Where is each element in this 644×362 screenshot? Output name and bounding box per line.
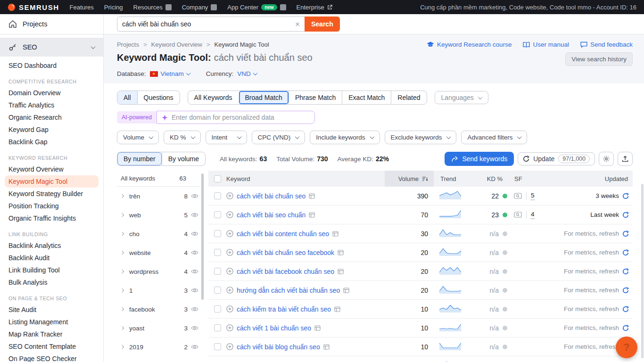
row-checkbox[interactable] xyxy=(214,287,221,294)
keyword-group-row[interactable]: bán 2 xyxy=(117,356,199,362)
add-keyword-icon[interactable] xyxy=(226,268,233,275)
keyword-group-row[interactable]: wordpress 4 xyxy=(117,262,199,281)
sf-count[interactable]: 5 xyxy=(531,191,535,200)
breadcrumb-item[interactable]: Keyword Magic Tool xyxy=(215,41,269,48)
sidebar-item[interactable]: Position Tracking xyxy=(0,200,103,212)
header-help-link[interactable]: User manual xyxy=(523,41,569,48)
match-tab[interactable]: Broad Match xyxy=(239,91,289,104)
col-trend[interactable]: Trend xyxy=(434,175,473,182)
keyword-group-row[interactable]: web 5 xyxy=(117,206,199,224)
sidebar-item[interactable]: Backlink Gap xyxy=(0,136,103,148)
keyword-link[interactable]: hướng dẫn cách viết bài chuẩn seo xyxy=(237,287,340,294)
semrush-logo[interactable]: SEMRUSH xyxy=(8,3,59,11)
keyword-link[interactable]: cách viết 1 bài chuẩn seo xyxy=(237,324,311,332)
match-tab[interactable]: All xyxy=(117,91,137,104)
header-help-link[interactable]: Keyword Research course xyxy=(427,41,512,48)
keyword-link[interactable]: cách kiểm tra bài viết chuẩn seo xyxy=(237,305,331,313)
match-tab[interactable]: Exact Match xyxy=(342,91,391,104)
page-scrollbar[interactable] xyxy=(641,184,644,358)
col-updated[interactable]: Updated xyxy=(552,175,633,182)
filter-dropdown[interactable]: CPC (VND) xyxy=(252,131,305,144)
add-keyword-icon[interactable] xyxy=(226,343,233,350)
send-keywords-button[interactable]: Send keywords xyxy=(445,152,514,166)
search-input[interactable] xyxy=(122,20,291,28)
keyword-link[interactable]: cách viết bài blog chuẩn seo xyxy=(237,343,320,351)
serp-card-icon[interactable] xyxy=(314,325,321,331)
search-button[interactable]: Search xyxy=(305,16,340,32)
help-button[interactable]: ? xyxy=(616,337,637,358)
add-keyword-icon[interactable] xyxy=(226,305,233,313)
eye-icon[interactable] xyxy=(191,231,198,237)
eye-icon[interactable] xyxy=(191,306,198,312)
serp-card-icon[interactable] xyxy=(338,250,344,255)
sidebar-item[interactable]: Map Rank Tracker xyxy=(0,328,103,340)
filter-dropdown[interactable]: Intent xyxy=(206,131,247,144)
sidebar-item[interactable]: On Page SEO Checker xyxy=(0,353,103,362)
refresh-icon[interactable] xyxy=(622,306,629,313)
view-search-history-button[interactable]: View search history xyxy=(565,52,633,66)
refresh-icon[interactable] xyxy=(622,230,629,237)
eye-icon[interactable] xyxy=(191,193,198,199)
sidebar-item[interactable]: Keyword Magic Tool xyxy=(5,175,99,188)
keyword-group-row[interactable]: cho 4 xyxy=(117,224,199,243)
col-volume[interactable]: Volume xyxy=(385,171,434,187)
sort-toggle-option[interactable]: By volume xyxy=(162,152,205,165)
row-checkbox[interactable] xyxy=(214,192,221,199)
row-checkbox[interactable] xyxy=(214,324,221,331)
sidebar-item[interactable]: Organic Research xyxy=(0,111,103,123)
refresh-icon[interactable] xyxy=(622,212,629,218)
update-button[interactable]: Update 97/1,000 xyxy=(518,152,595,165)
col-keyword[interactable]: Keyword xyxy=(226,175,385,182)
filter-dropdown[interactable]: KD % xyxy=(164,131,201,144)
row-checkbox[interactable] xyxy=(214,268,221,275)
topnav-item[interactable]: Pricing xyxy=(104,4,123,11)
match-tab[interactable]: Related xyxy=(391,91,426,104)
eye-icon[interactable] xyxy=(191,250,198,255)
database-selector[interactable]: Vietnam xyxy=(161,70,190,77)
clear-search-icon[interactable]: × xyxy=(295,20,300,28)
col-sf[interactable]: SF xyxy=(513,175,552,182)
match-tab[interactable]: Questions xyxy=(137,91,180,104)
sidebar-item[interactable]: Traffic Analytics xyxy=(0,99,103,111)
row-checkbox[interactable] xyxy=(214,230,221,237)
sidebar-item[interactable]: Backlink Analytics xyxy=(0,239,103,252)
sidebar-item[interactable]: Keyword Strategy Builder xyxy=(0,188,103,200)
filter-dropdown[interactable]: Volume xyxy=(117,131,159,144)
serp-card-icon[interactable] xyxy=(323,344,330,350)
breadcrumb-item[interactable]: Projects xyxy=(117,41,139,48)
sf-count[interactable]: 4 xyxy=(531,210,535,219)
serp-card-icon[interactable] xyxy=(343,288,349,293)
topnav-item[interactable]: Resources xyxy=(133,4,172,11)
sidebar-item[interactable]: SEO Dashboard xyxy=(0,59,103,72)
groups-scrollbar[interactable] xyxy=(201,173,204,300)
add-keyword-icon[interactable] xyxy=(226,324,233,331)
add-keyword-icon[interactable] xyxy=(226,287,233,294)
languages-dropdown[interactable]: Languages xyxy=(435,91,488,104)
keyword-link[interactable]: cách viết bài seo chuẩn xyxy=(237,211,305,219)
filter-dropdown[interactable]: Include keywords xyxy=(310,131,380,144)
topnav-item[interactable]: Features xyxy=(70,4,94,11)
row-checkbox[interactable] xyxy=(214,249,221,256)
keyword-group-row[interactable]: 2019 2 xyxy=(117,337,199,356)
topnav-item[interactable]: Company xyxy=(182,4,217,11)
topnav-item[interactable]: App Center new xyxy=(227,4,286,11)
filter-dropdown[interactable]: Exclude keywords xyxy=(385,131,457,144)
keyword-group-row[interactable]: website 4 xyxy=(117,243,199,262)
export-button[interactable] xyxy=(618,152,633,166)
refresh-icon[interactable] xyxy=(622,193,629,199)
sidebar-item-projects[interactable]: Projects xyxy=(0,14,103,34)
ai-domain-input[interactable] xyxy=(172,114,310,121)
currency-selector[interactable]: VND xyxy=(237,70,257,77)
refresh-icon[interactable] xyxy=(622,325,629,331)
refresh-icon[interactable] xyxy=(622,287,629,294)
serp-card-icon[interactable] xyxy=(338,269,344,274)
sidebar-item[interactable]: SEO Content Template xyxy=(0,340,103,353)
row-checkbox[interactable] xyxy=(214,211,221,218)
sidebar-item[interactable]: Listing Management xyxy=(0,316,103,328)
refresh-icon[interactable] xyxy=(622,249,629,256)
refresh-icon[interactable] xyxy=(622,268,629,275)
filter-dropdown[interactable]: Advanced filters xyxy=(461,131,527,144)
eye-icon[interactable] xyxy=(191,344,198,350)
serp-card-icon[interactable] xyxy=(309,193,315,199)
serp-features-icon[interactable] xyxy=(514,193,522,199)
